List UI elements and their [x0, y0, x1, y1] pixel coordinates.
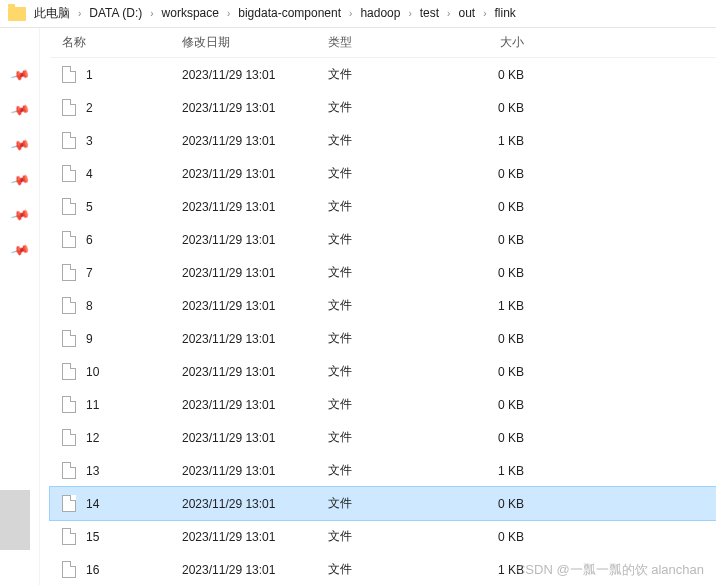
file-date: 2023/11/29 13:01 — [182, 563, 328, 577]
file-size: 1 KB — [444, 563, 564, 577]
file-type: 文件 — [328, 132, 444, 149]
file-name: 6 — [86, 233, 182, 247]
folder-icon — [8, 7, 26, 21]
file-size: 0 KB — [444, 200, 564, 214]
file-row[interactable]: 142023/11/29 13:01文件0 KB — [50, 487, 716, 520]
file-row[interactable]: 112023/11/29 13:01文件0 KB — [50, 388, 716, 421]
file-row[interactable]: 92023/11/29 13:01文件0 KB — [50, 322, 716, 355]
column-type-header[interactable]: 类型 — [328, 34, 444, 51]
file-name: 9 — [86, 332, 182, 346]
file-name: 10 — [86, 365, 182, 379]
pin-icon[interactable]: 📌 — [9, 240, 30, 261]
chevron-right-icon: › — [477, 8, 492, 19]
file-row[interactable]: 72023/11/29 13:01文件0 KB — [50, 256, 716, 289]
pin-icon[interactable]: 📌 — [9, 65, 30, 86]
file-type: 文件 — [328, 561, 444, 578]
file-size: 0 KB — [444, 68, 564, 82]
file-name: 7 — [86, 266, 182, 280]
file-size: 0 KB — [444, 497, 564, 511]
file-name: 16 — [86, 563, 182, 577]
file-size: 0 KB — [444, 266, 564, 280]
file-type: 文件 — [328, 396, 444, 413]
file-row[interactable]: 32023/11/29 13:01文件1 KB — [50, 124, 716, 157]
file-name: 13 — [86, 464, 182, 478]
file-icon — [62, 561, 76, 578]
file-row[interactable]: 152023/11/29 13:01文件0 KB — [50, 520, 716, 553]
breadcrumb-segment[interactable]: 此电脑 — [32, 6, 72, 20]
file-row[interactable]: 102023/11/29 13:01文件0 KB — [50, 355, 716, 388]
file-size: 1 KB — [444, 134, 564, 148]
file-name: 15 — [86, 530, 182, 544]
column-name-header[interactable]: 名称 — [62, 34, 182, 51]
file-size: 0 KB — [444, 530, 564, 544]
file-icon — [62, 495, 76, 512]
file-date: 2023/11/29 13:01 — [182, 464, 328, 478]
file-row[interactable]: 122023/11/29 13:01文件0 KB — [50, 421, 716, 454]
pin-icon[interactable]: 📌 — [9, 170, 30, 191]
file-icon — [62, 396, 76, 413]
file-date: 2023/11/29 13:01 — [182, 299, 328, 313]
file-name: 8 — [86, 299, 182, 313]
file-type: 文件 — [328, 99, 444, 116]
file-date: 2023/11/29 13:01 — [182, 497, 328, 511]
file-row[interactable]: 82023/11/29 13:01文件1 KB — [50, 289, 716, 322]
file-date: 2023/11/29 13:01 — [182, 332, 328, 346]
file-date: 2023/11/29 13:01 — [182, 167, 328, 181]
breadcrumb-segment[interactable]: flink — [492, 6, 517, 20]
file-icon — [62, 330, 76, 347]
file-size: 1 KB — [444, 299, 564, 313]
file-type: 文件 — [328, 495, 444, 512]
chevron-right-icon: › — [72, 8, 87, 19]
file-row[interactable]: 162023/11/29 13:01文件1 KB — [50, 553, 716, 585]
file-icon — [62, 264, 76, 281]
file-icon — [62, 528, 76, 545]
file-icon — [62, 99, 76, 116]
column-date-header[interactable]: 修改日期 — [182, 34, 328, 51]
file-size: 0 KB — [444, 398, 564, 412]
column-headers[interactable]: 名称 修改日期 类型 大小 — [50, 28, 716, 58]
file-name: 5 — [86, 200, 182, 214]
file-list: 名称 修改日期 类型 大小 12023/11/29 13:01文件0 KB220… — [40, 28, 716, 585]
pin-icon[interactable]: 📌 — [9, 205, 30, 226]
pin-icon[interactable]: 📌 — [9, 100, 30, 121]
file-name: 11 — [86, 398, 182, 412]
file-icon — [62, 132, 76, 149]
breadcrumb[interactable]: 此电脑›DATA (D:)›workspace›bigdata-componen… — [0, 0, 716, 28]
file-row[interactable]: 132023/11/29 13:01文件1 KB — [50, 454, 716, 487]
file-name: 3 — [86, 134, 182, 148]
column-size-header[interactable]: 大小 — [444, 34, 564, 51]
file-date: 2023/11/29 13:01 — [182, 431, 328, 445]
file-date: 2023/11/29 13:01 — [182, 200, 328, 214]
file-icon — [62, 198, 76, 215]
pin-icon[interactable]: 📌 — [9, 135, 30, 156]
file-type: 文件 — [328, 297, 444, 314]
file-row[interactable]: 62023/11/29 13:01文件0 KB — [50, 223, 716, 256]
file-size: 0 KB — [444, 431, 564, 445]
breadcrumb-segment[interactable]: hadoop — [358, 6, 402, 20]
breadcrumb-segment[interactable]: out — [456, 6, 477, 20]
file-row[interactable]: 12023/11/29 13:01文件0 KB — [50, 58, 716, 91]
breadcrumb-segment[interactable]: DATA (D:) — [87, 6, 144, 20]
breadcrumb-segment[interactable]: test — [418, 6, 441, 20]
breadcrumb-segment[interactable]: bigdata-component — [236, 6, 343, 20]
file-date: 2023/11/29 13:01 — [182, 365, 328, 379]
file-name: 4 — [86, 167, 182, 181]
file-date: 2023/11/29 13:01 — [182, 68, 328, 82]
file-type: 文件 — [328, 66, 444, 83]
file-size: 0 KB — [444, 365, 564, 379]
file-size: 0 KB — [444, 167, 564, 181]
chevron-right-icon: › — [221, 8, 236, 19]
file-icon — [62, 462, 76, 479]
file-icon — [62, 66, 76, 83]
file-type: 文件 — [328, 198, 444, 215]
scrollbar-thumb[interactable] — [0, 490, 30, 550]
file-type: 文件 — [328, 363, 444, 380]
file-name: 1 — [86, 68, 182, 82]
file-row[interactable]: 42023/11/29 13:01文件0 KB — [50, 157, 716, 190]
chevron-right-icon: › — [343, 8, 358, 19]
chevron-right-icon: › — [144, 8, 159, 19]
file-row[interactable]: 22023/11/29 13:01文件0 KB — [50, 91, 716, 124]
breadcrumb-segment[interactable]: workspace — [160, 6, 221, 20]
file-row[interactable]: 52023/11/29 13:01文件0 KB — [50, 190, 716, 223]
file-date: 2023/11/29 13:01 — [182, 530, 328, 544]
